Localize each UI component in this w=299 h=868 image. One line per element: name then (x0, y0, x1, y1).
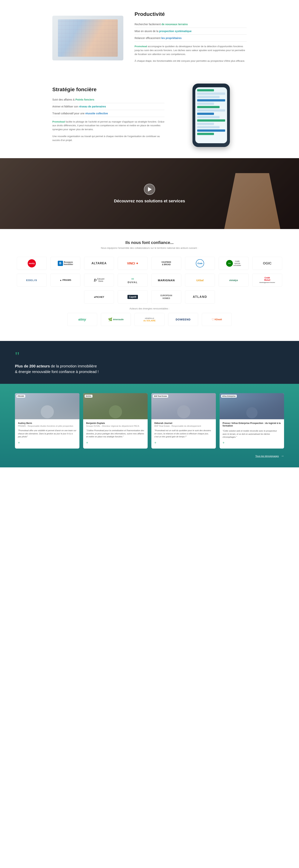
testimonial-name-4: Presse / Infras Enterprise Prospection :… (223, 422, 281, 427)
play-icon (148, 187, 152, 191)
testimonials-section: PRIAMS Audrey Berm PRIAMS - Responsable … (0, 384, 299, 467)
logo-kaufman: KAUFMAN& BROAD (152, 257, 181, 270)
testimonial-body-1: Audrey Berm PRIAMS - Responsable études … (15, 419, 79, 448)
trust-title: Ils nous font confiance... (15, 240, 284, 245)
testimonial-name-1: Audrey Berm (18, 422, 76, 425)
productivite-content: Productivité Rechercher facilement de no… (135, 11, 247, 65)
logo-nexity: nexity (17, 257, 47, 270)
testimonial-photo-1: PRIAMS (15, 393, 79, 419)
productivite-desc2: À chaque étape, les fonctionnalités ont … (135, 59, 247, 63)
quote-text: Plus de 200 acteurs de la promotion immo… (15, 363, 284, 374)
testimonial-role-3: BNP Real Estate - Responsable du dévelop… (154, 425, 213, 427)
strategie-section: Stratégie foncière Suivi des affaires & … (0, 76, 299, 158)
feature-line-3: Relancer efficacement les propriétaires (135, 35, 247, 41)
strategie-feature-2: Animer et fidéliser son réseau de parten… (52, 103, 164, 110)
strategie-image (176, 84, 247, 147)
logos-grid: nexity B BouyguesImmobilier ALTAREA VINC… (15, 257, 284, 304)
testimonials-grid: PRIAMS Audrey Berm PRIAMS - Responsable … (15, 393, 284, 448)
strategie-feature-3: Travail collaboratif pour une réussite c… (52, 110, 164, 117)
logo-cm: CréditMutuelAménagement foncier (252, 274, 282, 287)
testimonial-photo-4: Infras Enterprise (220, 393, 284, 419)
logo-elmy: elmy (67, 313, 97, 326)
testimonial-expand-3[interactable]: + (154, 441, 213, 445)
logo-pichet: ●PICHET (84, 290, 114, 304)
testimonial-badge-3: BNP Real Estate (153, 395, 168, 398)
testimonials-footer: Tous les témoignages → (15, 454, 284, 458)
testimonial-photo-3: BNP Real Estate (152, 393, 216, 419)
testimonial-photo-2: DUVAL (83, 393, 147, 419)
testimonial-quote-2: "J'utilise Promolead pour la centralisat… (86, 429, 145, 439)
logo-urbat: Urbat (185, 274, 215, 287)
feature-line-1: Rechercher facilement de nouveaux terrai… (135, 21, 247, 28)
testimonial-badge-1: PRIAMS (17, 395, 25, 398)
logo-generale-solaire: GÉNÉRALE du SOLAIRE (135, 313, 164, 326)
logo-bouygues: B BouyguesImmobilier (51, 257, 80, 270)
play-button[interactable] (144, 184, 155, 195)
video-content: Découvrez nos solutions et services (114, 184, 185, 204)
logo-icade: iCade (185, 257, 215, 270)
logo-atland: ATLAND (185, 290, 215, 304)
strategie-desc1: Promolead facilite le pilotage de l'acti… (52, 120, 164, 131)
logo-doweend: DOWEEND (168, 313, 198, 326)
logo-edelis: EDELIS (17, 274, 47, 287)
renewable-logos-grid: elmy 🌿 émeraude GÉNÉRALE du SOLAIRE (15, 313, 284, 326)
video-title: Découvrez nos solutions et services (114, 198, 185, 204)
testimonial-quote-1: "Promolead offre une visibilité et perme… (18, 429, 76, 439)
testimonial-expand-2[interactable]: + (86, 441, 145, 445)
quote-section: " Plus de 200 acteurs de la promotion im… (0, 341, 299, 384)
logo-ca: CA CréditAgricoleImmobilier (219, 257, 248, 270)
testimonial-card-3: BNP Real Estate Déborah Journet BNP Real… (152, 393, 216, 448)
logo-priams: ▲ PRIAMS (51, 274, 80, 287)
testimonial-body-4: Presse / Infras Enterprise Prospection :… (220, 419, 284, 448)
trust-section: Ils nous font confiance... Nous équipons… (0, 229, 299, 341)
testimonial-body-3: Déborah Journet BNP Real Estate - Respon… (152, 419, 216, 448)
logo-vivialys: vivialys (219, 274, 248, 287)
productivite-section: Productivité Rechercher facilement de no… (0, 0, 299, 76)
logo-h2watt: ♡ H2watt (202, 313, 232, 326)
renewables-label: Acteurs des énergies renouvelables : (15, 307, 284, 310)
testimonial-expand-4[interactable]: + (223, 441, 281, 445)
logo-vinci: VINCI ✦ (118, 257, 147, 270)
logo-emeraude: 🌿 émeraude (101, 313, 131, 326)
video-section[interactable]: Découvrez nos solutions et services (0, 158, 299, 229)
productivite-title: Productivité (135, 11, 247, 17)
logo-edward: D EdouardDenis (84, 274, 114, 287)
strategie-feature-1: Suivi des affaires & Points fonciers (52, 96, 164, 103)
testimonial-quote-4: "Cette solution web et mobile réconcilie… (223, 429, 281, 439)
logo-european-homes: EUROPEANHOMES (152, 290, 181, 304)
productivite-image (52, 16, 123, 60)
feature-line-2: Mise en œuvre de la prospection systémat… (135, 28, 247, 35)
testimonial-quote-3: "Promolead est un outil du quotidien pou… (154, 429, 213, 439)
trust-subtitle: Nous équipons l'ensemble des collaborate… (15, 247, 284, 249)
logo-capelli: Capelli (118, 290, 147, 304)
logo-duval: ∞ DUVAL (118, 274, 147, 287)
testimonial-expand-1[interactable]: + (18, 441, 76, 445)
testimonial-role-1: PRIAMS - Responsable études foncières et… (18, 425, 76, 427)
testimonial-body-2: Benjamin Duplais Groupe DUVAL - Directeu… (83, 419, 147, 448)
tous-temoignages-link[interactable]: Tous les témoignages (255, 455, 279, 458)
logo-ogic: OGIC (252, 257, 282, 270)
logo-marignan: MARIGNAN (152, 274, 181, 287)
strategie-content: Stratégie foncière Suivi des affaires & … (52, 87, 164, 144)
testimonial-name-3: Déborah Journet (154, 422, 213, 425)
testimonial-card-4: Infras Enterprise Presse / Infras Enterp… (220, 393, 284, 448)
arrow-right-icon[interactable]: → (281, 454, 284, 458)
logo-altarea: ALTAREA (84, 257, 114, 270)
testimonial-badge-2: DUVAL (85, 395, 92, 398)
testimonial-badge-4: Infras Enterprise (221, 395, 237, 398)
testimonial-name-2: Benjamin Duplais (86, 422, 145, 425)
testimonial-role-2: Groupe DUVAL - Directeur régional du dép… (86, 425, 145, 427)
strategie-title: Stratégie foncière (52, 87, 164, 93)
strategie-desc2: Une nouvelle organisation au travail qui… (52, 134, 164, 142)
quote-mark: " (15, 350, 284, 362)
testimonial-card-1: PRIAMS Audrey Berm PRIAMS - Responsable … (15, 393, 79, 448)
testimonial-card-2: DUVAL Benjamin Duplais Groupe DUVAL - Di… (83, 393, 147, 448)
productivite-desc1: Promolead accompagne le quotidien du dév… (135, 44, 247, 56)
